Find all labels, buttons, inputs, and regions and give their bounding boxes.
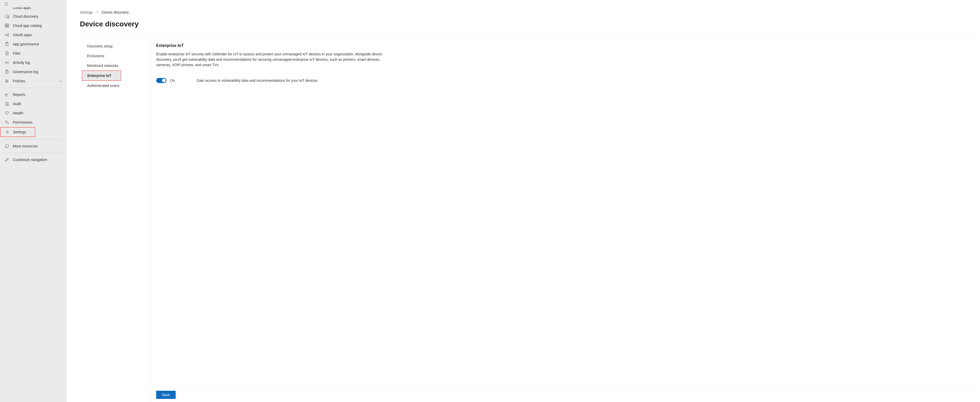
detail-pane: Enterprise IoT Enable enterprise IoT sec…	[151, 36, 973, 402]
svg-point-11	[8, 62, 9, 63]
toggle-row: On Gain access to vulnerability data and…	[156, 78, 973, 83]
oauth-icon	[5, 33, 9, 37]
app-catalog-icon	[5, 23, 9, 28]
enterprise-iot-toggle[interactable]	[156, 78, 166, 83]
sidebar-item-label: Reports	[13, 93, 62, 97]
sidebar-item-label: App governance	[13, 42, 62, 46]
svg-point-15	[8, 81, 8, 82]
save-bar: Save	[156, 388, 973, 402]
clipboard-icon	[5, 42, 9, 46]
svg-rect-4	[7, 26, 9, 27]
svg-point-6	[8, 33, 9, 34]
sidebar-item-label: Permissions	[13, 120, 62, 124]
sidebar-item-label: Customize navigation	[13, 158, 62, 162]
sidebar-item-more-resources[interactable]: More resources	[0, 141, 66, 151]
sidebar-item-governance-log[interactable]: Governance log	[0, 67, 66, 76]
clipboard-icon	[5, 70, 9, 74]
sidebar-item-label: More resources	[13, 144, 62, 148]
sidebar-item-activity-log[interactable]: Activity log	[0, 58, 66, 67]
svg-point-5	[5, 34, 6, 36]
sidebar-item-label: Cloud discovery	[13, 14, 62, 19]
settings-subnav: Discovery setup Exclusions Monitored net…	[80, 36, 151, 402]
sidebar-item-label: Audit	[13, 102, 62, 106]
subnav-exclusions[interactable]: Exclusions	[80, 51, 151, 61]
toggle-description: Gain access to vulnerability data and re…	[197, 78, 318, 82]
breadcrumb: Settings Device discovery	[80, 10, 973, 14]
sliders-icon	[5, 79, 9, 83]
hamburger-icon	[5, 3, 8, 6]
hamburger-menu[interactable]	[0, 0, 66, 7]
sidebar-item-label: Settings	[13, 130, 31, 134]
svg-point-20	[7, 131, 8, 133]
svg-rect-3	[5, 26, 7, 27]
sidebar-item-label: Cloud app catalog	[13, 24, 62, 28]
chevron-right-icon	[96, 11, 99, 14]
page-title: Device discovery	[80, 20, 973, 28]
pencil-icon	[5, 157, 9, 162]
sidebar-item-reports[interactable]: Reports	[0, 90, 66, 99]
sidebar-item-audit[interactable]: Audit	[0, 99, 66, 108]
svg-point-10	[5, 62, 7, 63]
sidebar-item-cloud-apps[interactable]: Cloud apps	[0, 7, 66, 12]
sidebar-item-label: Cloud apps	[13, 7, 62, 10]
sidebar-item-files[interactable]: Files	[0, 49, 66, 58]
subnav-monitored-networks[interactable]: Monitored networks	[80, 61, 151, 71]
svg-rect-2	[7, 24, 9, 25]
toggle-state-label: On	[170, 78, 188, 82]
cloud-apps-icon	[5, 7, 9, 11]
sidebar-item-cloud-app-catalog[interactable]: Cloud app catalog	[0, 21, 66, 30]
sidebar-item-label: Files	[13, 51, 62, 55]
save-button[interactable]: Save	[156, 391, 176, 399]
sidebar-item-cloud-discovery[interactable]: Cloud discovery	[0, 12, 66, 21]
heart-icon	[5, 111, 9, 116]
svg-rect-1	[5, 24, 7, 25]
left-sidebar: Cloud apps Cloud discovery Cloud app cat…	[0, 0, 67, 402]
audit-icon	[5, 101, 9, 106]
chevron-down-icon	[59, 79, 62, 82]
svg-point-7	[8, 35, 9, 36]
sidebar-item-label: OAuth apps	[13, 33, 62, 37]
sidebar-item-oauth-apps[interactable]: OAuth apps	[0, 30, 66, 40]
sidebar-item-health[interactable]: Health	[0, 108, 66, 118]
svg-point-16	[6, 82, 7, 82]
files-icon	[5, 51, 9, 55]
sidebar-item-label: Governance log	[13, 70, 62, 74]
sidebar-item-label: Health	[13, 111, 62, 115]
sidebar-item-settings[interactable]: Settings	[0, 127, 35, 137]
content-row: Discovery setup Exclusions Monitored net…	[80, 35, 973, 402]
sidebar-settings-highlight: Settings	[0, 127, 35, 137]
sidebar-item-policies[interactable]: Policies	[0, 76, 66, 85]
nav-divider	[3, 153, 63, 153]
subnav-discovery-setup[interactable]: Discovery setup	[80, 41, 151, 51]
sidebar-item-label: Activity log	[13, 60, 62, 65]
activity-icon	[5, 60, 9, 65]
subnav-enterprise-iot[interactable]: Enterprise IoT	[82, 71, 121, 81]
main-content: Settings Device discovery Device discove…	[67, 0, 980, 402]
nav-divider	[3, 139, 63, 139]
svg-point-14	[6, 80, 7, 81]
sidebar-item-permissions[interactable]: Permissions	[0, 118, 66, 127]
cloud-discovery-icon	[5, 14, 9, 19]
subnav-authenticated-scans[interactable]: Authenticated scans	[80, 81, 151, 90]
breadcrumb-current: Device discovery	[102, 10, 129, 14]
breadcrumb-root[interactable]: Settings	[80, 10, 93, 14]
chart-icon	[5, 92, 9, 97]
key-icon	[5, 120, 9, 125]
sidebar-item-customize-navigation[interactable]: Customize navigation	[0, 155, 66, 165]
gear-icon	[5, 130, 10, 135]
sidebar-item-label: Policies	[13, 79, 56, 83]
info-icon	[5, 144, 9, 149]
section-description: Enable enterprise IoT security with Defe…	[156, 52, 392, 68]
toggle-knob	[162, 79, 165, 82]
section-title: Enterprise IoT	[156, 43, 973, 48]
sidebar-item-app-governance[interactable]: App governance	[0, 40, 66, 49]
